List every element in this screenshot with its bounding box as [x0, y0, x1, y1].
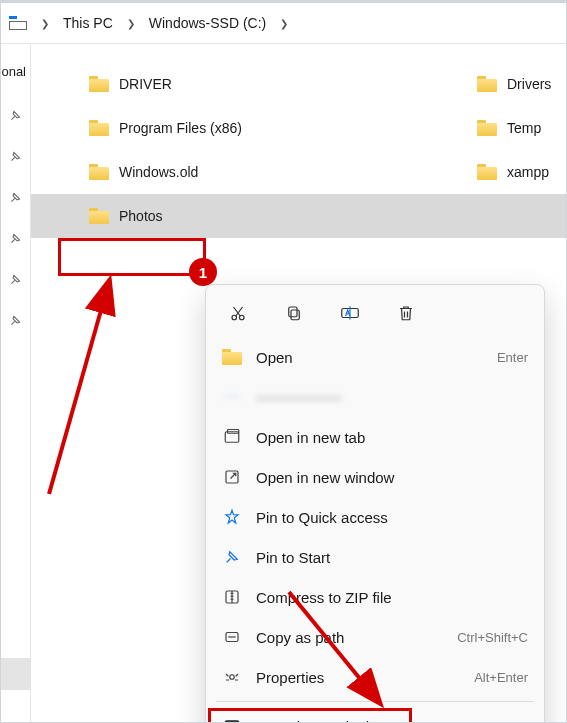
folder-name: Drivers — [507, 76, 551, 92]
list-row-selected[interactable]: Photos — [31, 194, 566, 238]
list-row[interactable]: Windows.old xampp — [31, 150, 566, 194]
folder-icon — [89, 76, 109, 92]
delete-button[interactable] — [392, 299, 420, 327]
list-row[interactable]: Program Files (x86) Temp — [31, 106, 566, 150]
folder-name: DRIVER — [119, 76, 172, 92]
annotation-box-1 — [58, 238, 206, 276]
folder-name: Windows.old — [119, 164, 198, 180]
svg-line-13 — [49, 282, 109, 494]
file-list: DRIVER Drivers Program Files (x86) Temp … — [31, 44, 566, 238]
sidebar-stub — [1, 658, 31, 690]
pin-icon[interactable] — [9, 191, 22, 204]
chevron-right-icon[interactable]: ❯ — [121, 18, 141, 29]
ctx-accel: Enter — [497, 350, 528, 365]
folder-name: Program Files (x86) — [119, 120, 242, 136]
ctx-label: Open — [256, 349, 483, 366]
context-menu: Open Enter ⋯ ──────── Open in new tab Op… — [205, 284, 545, 723]
ctx-label: Copy as path — [256, 629, 443, 646]
sidebar-cut-label: onal — [1, 64, 26, 79]
ctx-label: Pin to Start — [256, 549, 528, 566]
ctx-open[interactable]: Open Enter — [206, 337, 544, 377]
breadcrumb-seg-drive[interactable]: Windows-SSD (C:) — [145, 13, 270, 33]
cut-button[interactable] — [224, 299, 252, 327]
ctx-open-new-tab[interactable]: Open in new tab — [206, 417, 544, 457]
folder-icon — [89, 120, 109, 136]
context-menu-top-actions — [206, 293, 544, 337]
list-row[interactable]: DRIVER Drivers — [31, 62, 566, 106]
ctx-pin-quick-access[interactable]: Pin to Quick access — [206, 497, 544, 537]
ctx-accel: Ctrl+Shift+C — [457, 630, 528, 645]
rename-button[interactable] — [336, 299, 364, 327]
pin-icon[interactable] — [9, 150, 22, 163]
breadcrumb-seg-this-pc[interactable]: This PC — [59, 13, 117, 33]
copy-path-icon — [222, 627, 242, 647]
folder-icon — [477, 76, 497, 92]
ctx-blurred-item[interactable]: ⋯ ──────── — [206, 377, 544, 417]
ctx-label: Properties — [256, 669, 460, 686]
ctx-open-new-window[interactable]: Open in new window — [206, 457, 544, 497]
zip-icon — [222, 587, 242, 607]
copy-button[interactable] — [280, 299, 308, 327]
folder-name: Photos — [119, 208, 163, 224]
pin-icon[interactable] — [9, 232, 22, 245]
svg-rect-3 — [289, 307, 297, 317]
breadcrumb[interactable]: ❯ This PC ❯ Windows-SSD (C:) ❯ — [1, 3, 566, 43]
terminal-icon — [222, 716, 242, 723]
pin-icon[interactable] — [9, 109, 22, 122]
generic-icon: ⋯ — [222, 387, 242, 407]
folder-icon — [89, 208, 109, 224]
ctx-label: Open in Terminal — [256, 718, 528, 724]
pin-star-icon — [222, 507, 242, 527]
annotation-arrow-1 — [39, 264, 219, 504]
ctx-label: Open in new tab — [256, 429, 528, 446]
new-window-icon — [222, 467, 242, 487]
ctx-properties[interactable]: Properties Alt+Enter — [206, 657, 544, 697]
properties-icon — [222, 667, 242, 687]
ctx-open-terminal[interactable]: Open in Terminal — [206, 706, 544, 723]
ctx-pin-start[interactable]: Pin to Start — [206, 537, 544, 577]
ctx-label: Pin to Quick access — [256, 509, 528, 526]
svg-rect-2 — [291, 310, 299, 320]
new-tab-icon — [222, 427, 242, 447]
annotation-badge-1: 1 — [189, 258, 217, 286]
pin-icon — [222, 547, 242, 567]
chevron-right-icon[interactable]: ❯ — [35, 18, 55, 29]
pin-icon[interactable] — [9, 314, 22, 327]
ctx-accel: Alt+Enter — [474, 670, 528, 685]
this-pc-icon — [9, 16, 27, 30]
separator — [216, 701, 534, 702]
pin-icon[interactable] — [9, 273, 22, 286]
folder-icon — [477, 120, 497, 136]
folder-open-icon — [222, 347, 242, 367]
ctx-label: ──────── — [256, 389, 528, 406]
ctx-label: Open in new window — [256, 469, 528, 486]
ctx-copy-as-path[interactable]: Copy as path Ctrl+Shift+C — [206, 617, 544, 657]
svg-point-10 — [230, 675, 235, 680]
folder-name: xampp — [507, 164, 549, 180]
ctx-label: Compress to ZIP file — [256, 589, 528, 606]
chevron-right-icon[interactable]: ❯ — [274, 18, 294, 29]
sidebar: onal — [1, 44, 31, 723]
folder-name: Temp — [507, 120, 541, 136]
folder-icon — [477, 164, 497, 180]
folder-icon — [89, 164, 109, 180]
ctx-compress-zip[interactable]: Compress to ZIP file — [206, 577, 544, 617]
